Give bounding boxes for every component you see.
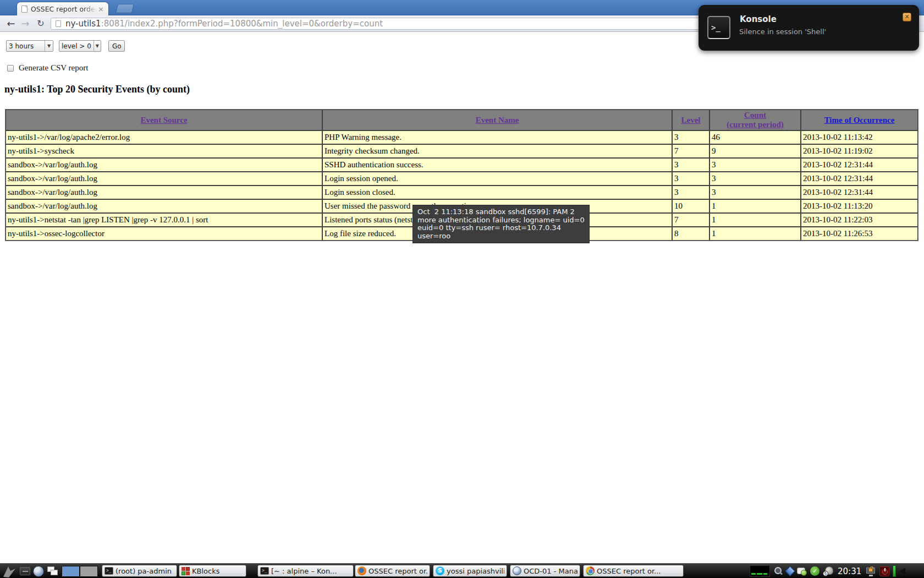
task-button-label: OSSEC report or... — [597, 567, 661, 575]
desktop-pager[interactable] — [62, 564, 98, 578]
cell-time: 2013-10-02 11:13:42 — [801, 130, 918, 144]
cell-event-source: ny-utils1->/var/log/apache2/error.log — [6, 130, 322, 144]
generate-csv-label: Generate CSV report — [19, 63, 88, 73]
panel-hide-arrow-icon[interactable] — [899, 568, 905, 575]
sort-count-link[interactable]: Count — [711, 111, 799, 120]
cell-time: 2013-10-02 11:13:20 — [801, 199, 918, 213]
magnifier-icon[interactable] — [773, 566, 783, 576]
cell-event-source: ny-utils1->syscheck — [6, 144, 322, 158]
cell-level: 8 — [672, 227, 710, 241]
window-list-icon[interactable] — [47, 564, 58, 578]
cell-count: 1 — [710, 213, 801, 227]
cell-event-source: sandbox->/var/log/auth.log — [6, 186, 322, 199]
tab-favicon-page-icon — [21, 6, 28, 13]
generate-csv-checkbox[interactable] — [7, 65, 14, 72]
reminder-bulb-icon[interactable]: 5 — [823, 566, 833, 576]
tab-close-icon[interactable]: × — [97, 6, 105, 13]
back-button[interactable]: ← — [4, 17, 18, 30]
table-row[interactable]: sandbox->/var/log/auth.logLogin session … — [6, 172, 918, 186]
cell-time: 2013-10-02 12:31:44 — [801, 158, 918, 172]
pager-desktop-2[interactable] — [80, 566, 98, 577]
power-button-icon[interactable] — [879, 566, 889, 576]
header-event-name: Event Name — [322, 110, 672, 130]
firefox-icon — [358, 566, 366, 575]
chevron-down-icon: ▼ — [94, 41, 101, 51]
lock-screen-icon[interactable] — [866, 566, 876, 576]
sort-event-name-link[interactable]: Event Name — [476, 116, 519, 124]
task-button-terminal[interactable]: >_[~ : alpine – Kon... — [257, 565, 354, 577]
header-time: Time of Occurrence — [801, 110, 918, 130]
reminder-count-badge: 5 — [823, 571, 828, 576]
header-count: Count (current period) — [710, 110, 801, 130]
sort-time-link[interactable]: Time of Occurrence — [824, 116, 895, 124]
cell-count: 1 — [710, 199, 801, 213]
clock[interactable]: 20:31 — [837, 566, 862, 576]
task-button-label: [~ : alpine – Kon... — [271, 567, 337, 575]
terminal-icon: >_ — [260, 567, 269, 575]
cell-time: 2013-10-02 12:31:44 — [801, 186, 918, 199]
go-button[interactable]: Go — [108, 40, 125, 52]
drawer-icon[interactable] — [20, 564, 30, 578]
task-button-skype[interactable]: Syossi papiashvili ... — [433, 565, 507, 577]
pager-desktop-1[interactable] — [62, 566, 80, 577]
notification-message: Silence in session 'Shell' — [739, 28, 826, 36]
cell-level: 3 — [672, 172, 710, 186]
page-content: 3 hours ▼ level > 0 ▼ Go Generate CSV re… — [0, 32, 924, 563]
task-button-label: OSSEC report or... — [369, 567, 427, 575]
taskbar: >_(root) pa-admin ...KBlocks>_[~ : alpin… — [0, 563, 924, 578]
cell-event-source: sandbox->/var/log/auth.log — [6, 172, 322, 186]
sort-event-source-link[interactable]: Event Source — [140, 116, 187, 124]
cell-level: 3 — [672, 186, 710, 199]
cell-level: 10 — [672, 199, 710, 213]
cell-event-source: sandbox->/var/log/auth.log — [6, 158, 322, 172]
sort-count-link-sub[interactable]: (current period) — [711, 120, 799, 129]
browser-tab[interactable]: OSSEC report ordered × — [16, 2, 109, 15]
url-host: ny-utils1 — [65, 19, 101, 29]
url-path: :8081/index2.php?formPeriod=10800&min_le… — [101, 19, 383, 29]
tab-title: OSSEC report ordered — [31, 5, 97, 13]
table-header-row: Event Source Event Name Level Count (cur… — [6, 110, 918, 130]
table-row[interactable]: ny-utils1->/var/log/apache2/error.logPHP… — [6, 130, 918, 144]
cell-count: 9 — [710, 144, 801, 158]
chevron-down-icon: ▼ — [45, 41, 53, 51]
period-select[interactable]: 3 hours ▼ — [6, 40, 53, 52]
sort-level-link[interactable]: Level — [681, 116, 701, 124]
table-row[interactable]: ny-utils1->syscheckIntegrity checksum ch… — [6, 144, 918, 158]
notification-close-button[interactable]: ✕ — [903, 13, 911, 21]
terminal-icon: >_ — [105, 567, 113, 575]
task-button-terminal[interactable]: >_(root) pa-admin ... — [102, 565, 177, 577]
status-check-icon[interactable]: ✓ — [810, 566, 820, 576]
period-select-value: 3 hours — [7, 42, 45, 50]
panel-indicator-bar — [893, 565, 896, 577]
cell-count: 1 — [710, 227, 801, 241]
cell-time: 2013-10-02 11:19:02 — [801, 144, 918, 158]
cell-time: 2013-10-02 12:31:44 — [801, 172, 918, 186]
table-row[interactable]: sandbox->/var/log/auth.logLogin session … — [6, 186, 918, 199]
cell-level: 3 — [672, 130, 710, 144]
cell-count: 46 — [710, 130, 801, 144]
task-button-globe[interactable]: OCD-01 - Manag... — [510, 565, 580, 577]
notification-title: Konsole — [740, 14, 777, 24]
cell-level: 3 — [672, 158, 710, 172]
task-button-chrome[interactable]: OSSEC report or... — [583, 565, 684, 577]
level-select[interactable]: level > 0 ▼ — [59, 40, 101, 52]
task-button-kblocks[interactable]: KBlocks — [179, 565, 246, 577]
kde-menu-button[interactable] — [2, 564, 16, 578]
task-button-firefox[interactable]: OSSEC report or... — [355, 565, 430, 577]
chat-bubble-icon[interactable] — [797, 567, 807, 576]
forward-button: → — [19, 17, 32, 30]
system-monitor-tray-icon[interactable] — [750, 565, 770, 577]
table-row[interactable]: sandbox->/var/log/auth.logSSHD authentic… — [6, 158, 918, 172]
new-tab-button[interactable] — [116, 4, 134, 13]
cell-event-name: Integrity checksum changed. — [322, 144, 672, 158]
cell-count: 3 — [710, 172, 801, 186]
cell-count: 3 — [710, 186, 801, 199]
task-button-label: (root) pa-admin ... — [116, 567, 174, 575]
cell-event-name: Login session closed. — [322, 186, 672, 199]
cell-level: 7 — [672, 144, 710, 158]
system-tray: ✓ 5 20:31 — [750, 564, 905, 578]
dropbox-icon[interactable] — [785, 566, 795, 576]
konsole-notification[interactable]: >_ Konsole Silence in session 'Shell' ✕ — [698, 5, 919, 51]
browser-launcher-icon[interactable] — [33, 564, 44, 578]
reload-button[interactable]: ↻ — [34, 17, 47, 30]
